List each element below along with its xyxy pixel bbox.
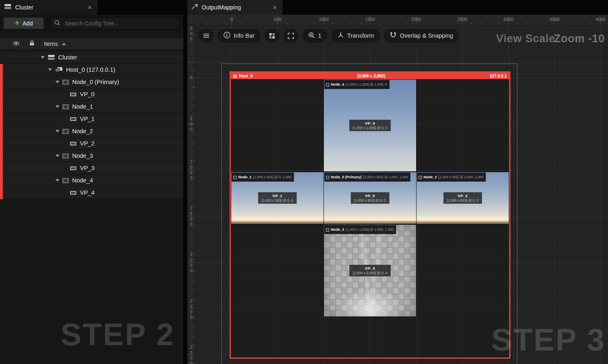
tree-item-node-3[interactable]: Node_3 [0,150,183,162]
canvas-toolbar: Info Bar 1 Trans [199,29,459,42]
eye-icon [13,40,20,48]
node-icon [62,178,69,183]
host-header[interactable]: Host_0 [3,000 x 3,000] 127.0.0.1 [231,73,509,79]
tab-cluster[interactable]: Cluster ✕ [0,0,98,15]
ruler-label: 2000 [411,17,421,22]
lock-column-button[interactable] [24,38,40,50]
tree-item-host-0[interactable]: Host_0 (127.0.0.1) [0,64,183,75]
viewport-name: VP_4 [353,121,387,125]
node-1-block[interactable]: Node_1 [1,000 x 563] @ 0, 1,000 VP_1 [1,… [231,172,324,224]
layout-grid-button[interactable] [265,29,279,42]
view-scale-label: View Scale [496,32,555,45]
viewport-1-chip[interactable]: VP_1 [1,000 x 563] @ 0, 0 [258,192,297,204]
node-chip-icon [326,81,329,88]
tree-item-vp-2[interactable]: VP_2 [0,138,183,149]
close-icon[interactable]: ✕ [86,5,93,11]
panel-divider[interactable] [183,0,187,364]
snapping-icon [390,32,396,39]
viewport-0-chip[interactable]: VP_0 [1,000 x 563] @ 0, 0 [351,192,389,204]
node-icon [62,129,69,134]
info-bar-button[interactable]: Info Bar [218,29,260,42]
node-meta: [1,000 x 563] @ 0, 1,000 [253,175,291,179]
search-input[interactable] [64,20,175,27]
viewport-3-chip[interactable]: VP_3 [1,000 x 1,000] @ 0, 0 [349,265,391,276]
zoom-button[interactable]: 1 [303,29,327,42]
search-box[interactable] [49,17,180,30]
viewport-meta: [1,000 x 563] @ 0, 0 [354,198,386,202]
overlap-snapping-button[interactable]: Overlap & Snapping [384,29,459,42]
expand-arrow-icon[interactable] [54,155,61,157]
viewport-2-chip[interactable]: VP_2 [1,000 x 563] @ 0, 0 [443,192,482,204]
tree-item-node-2[interactable]: Node_2 [0,125,183,137]
ruler-label: 500 [189,116,194,132]
tree-item-vp-4[interactable]: VP_4 [0,187,183,198]
output-mapping-tabstrip: OutputMapping ✕ [187,0,608,15]
ruler-label: 2500 [189,299,194,320]
tree-item-label: Node_4 [72,177,93,184]
node-3-block[interactable]: Node_3 [1,000 x 1,000] @ 1,000, 1,563 VP… [323,224,417,317]
close-icon[interactable]: ✕ [271,5,278,11]
visibility-column-button[interactable] [8,38,24,50]
ruler-label: 0 [189,75,194,81]
node-1-header-chip[interactable]: Node_1 [1,000 x 563] @ 0, 1,000 [232,173,294,182]
items-column-header[interactable]: Items [44,41,66,47]
viewport-4-chip[interactable]: VP_4 [1,000 x 1,000] @ 0, 0 [349,120,391,131]
tree-item-node-0[interactable]: Node_0 (Primary) [0,76,183,88]
expand-arrow-icon[interactable] [47,68,53,71]
transform-button[interactable]: Transform [332,29,380,42]
node-2-block[interactable]: Node_2 [1,000 x 563] @ 2,000, 1,000 VP_2… [416,172,509,224]
tree-item-label: Node_0 (Primary) [72,79,119,85]
zoom-in-icon [308,32,315,40]
tree-item-node-4[interactable]: Node_4 [0,175,183,186]
expand-arrow-icon[interactable] [54,179,61,182]
output-mapping-canvas[interactable]: Info Bar 1 Trans [196,25,608,364]
tree-item-vp-1[interactable]: VP_1 [0,113,183,125]
expand-arrow-icon[interactable] [54,130,61,132]
host-icon [55,67,63,73]
node-3-header-chip[interactable]: Node_3 [1,000 x 1,000] @ 1,000, 1,563 [324,225,396,234]
viewport-name: VP_2 [447,193,478,198]
expand-arrow-icon[interactable] [54,81,61,83]
node-chip-icon [326,226,329,233]
cluster-tabstrip: Cluster ✕ [0,0,183,15]
tree-item-vp-3[interactable]: VP_3 [0,162,183,174]
node-chip-icon [419,173,422,181]
tree-item-cluster[interactable]: Cluster [0,52,183,63]
items-column-label: Items [44,41,58,47]
node-0-block[interactable]: Node_0 (Primary) [1,000 x 563] @ 1,000, … [323,172,417,224]
expand-icon [288,33,294,39]
hamburger-icon [203,33,209,38]
viewport-meta: [1,000 x 1,000] @ 0, 0 [353,126,387,130]
node-chip-icon [326,173,329,181]
tree-item-label: Node_1 [72,103,93,110]
add-button[interactable]: Add [3,17,44,29]
host-0-block[interactable]: Host_0 [3,000 x 3,000] 127.0.0.1 Node_4 … [231,73,509,357]
node-2-header-chip[interactable]: Node_2 [1,000 x 563] @ 2,000, 1,000 [417,173,486,182]
node-0-header-chip[interactable]: Node_0 (Primary) [1,000 x 563] @ 1,000, … [324,173,410,182]
ruler-label: 1000 [189,160,194,181]
expand-arrow-icon[interactable] [54,105,61,108]
host-body: Node_4 [1,000 x 1,000] @ 1,000, 0 VP_4 [… [231,79,509,357]
view-scale-zoom-overlay: View Scale Zoom -10 [496,32,605,45]
node-icon [62,104,69,109]
tab-output-mapping[interactable]: OutputMapping ✕ [187,0,283,15]
node-4-block[interactable]: Node_4 [1,000 x 1,000] @ 1,000, 0 VP_4 [… [323,79,417,172]
tree-item-label: VP_2 [80,140,94,147]
tree-item-vp-0[interactable]: VP_0 [0,89,183,100]
tree-item-label: Host_0 (127.0.0.1) [66,66,115,73]
tree-item-node-1[interactable]: Node_1 [0,101,183,112]
menu-button[interactable] [199,29,213,42]
viewport-icon [70,141,77,146]
zoom-level-label: Zoom -10 [554,32,605,45]
viewport-icon [70,166,77,171]
viewport-icon [70,191,77,195]
fit-to-view-button[interactable] [284,29,298,42]
node-meta: [1,000 x 563] @ 2,000, 1,000 [439,175,484,179]
output-mapping-panel: OutputMapping ✕ 0 500 1000 1500 2000 250… [187,0,608,364]
ruler-label: 1500 [189,206,194,228]
tree-columns-header: Items [0,37,183,50]
node-4-header-chip[interactable]: Node_4 [1,000 x 1,000] @ 1,000, 0 [324,80,389,89]
expand-arrow-icon[interactable] [39,56,46,59]
viewport-icon [70,92,77,97]
host-ip: 127.0.0.1 [490,74,507,78]
